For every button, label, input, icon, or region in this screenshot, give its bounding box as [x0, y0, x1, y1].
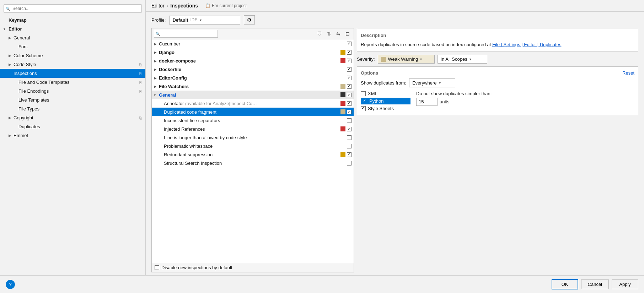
list-item[interactable]: ▶ Dockerfile [152, 65, 354, 74]
list-item[interactable]: ▶ Django [152, 48, 354, 56]
xml-label: XML [368, 91, 377, 96]
sidebar-item-label: Emmet [14, 133, 142, 138]
item-checkbox[interactable] [347, 84, 351, 89]
list-item[interactable]: ▾ General [152, 91, 354, 99]
list-item[interactable]: ▶ docker-compose [152, 56, 354, 65]
sidebar-item-label: Color Scheme [14, 53, 142, 58]
item-label: General [159, 92, 340, 98]
expand-all-button[interactable]: ⇅ [325, 30, 333, 37]
severity-dropdown[interactable]: Weak Warning ▾ [378, 55, 435, 64]
severity-color-box [340, 126, 345, 131]
sidebar-tree: Keymap ▾ Editor ▶ General Font [0, 16, 145, 272]
severity-color-box [340, 58, 345, 63]
list-item[interactable]: Redundant suppression [152, 150, 354, 159]
chevron-icon: ▾ [154, 93, 159, 97]
reset-link[interactable]: Reset [622, 70, 634, 76]
sidebar-item-label: File and Code Templates [18, 80, 138, 85]
scope-dropdown[interactable]: In All Scopes ▾ [438, 55, 487, 64]
everywhere-value: Everywhere [412, 80, 437, 86]
sidebar-item-code-style[interactable]: ▶ Code Style ⎘ [0, 60, 145, 69]
item-checkbox[interactable] [347, 101, 351, 106]
breadcrumb: Editor › Inspections [151, 3, 198, 9]
item-label: Redundant suppression [164, 152, 340, 157]
style-sheets-checkbox[interactable] [361, 106, 366, 111]
sidebar-search-input[interactable] [4, 4, 142, 13]
item-checkbox[interactable] [347, 152, 351, 157]
item-checkbox[interactable] [347, 144, 351, 148]
ok-button[interactable]: OK [552, 279, 578, 289]
inspection-tree-list: ▶ Cucumber ▶ Django [152, 39, 354, 263]
gear-button[interactable]: ⚙ [244, 15, 255, 25]
item-checkbox[interactable] [347, 127, 351, 131]
sidebar-item-inspections[interactable]: Inspections ⎘ [0, 69, 145, 78]
list-item[interactable]: Duplicated code fragment [152, 108, 354, 116]
units-input[interactable] [416, 98, 438, 106]
item-label: Inconsistent line separators [164, 118, 340, 123]
list-item[interactable]: ▶ EditorConfig [152, 74, 354, 82]
sidebar-item-file-encodings[interactable]: File Encodings ⎘ [0, 87, 145, 96]
sidebar-item-duplicates[interactable]: Duplicates [0, 122, 145, 131]
everywhere-dropdown[interactable]: Everywhere ▾ [409, 78, 455, 87]
item-checkbox[interactable] [347, 110, 351, 114]
sidebar-item-font[interactable]: Font [0, 42, 145, 51]
chevron-icon: ▶ [9, 116, 14, 120]
breadcrumb-parent: Editor [151, 3, 165, 9]
sidebar-item-color-scheme[interactable]: ▶ Color Scheme [0, 51, 145, 60]
filter-button[interactable]: ⛉ [315, 30, 324, 37]
list-item[interactable]: Structural Search Inspection [152, 159, 354, 167]
collapse-all-button[interactable]: ⇆ [334, 30, 342, 37]
list-item[interactable]: Inconsistent line separators [152, 116, 354, 125]
sidebar-item-label: Copyright [14, 115, 138, 120]
item-checkbox[interactable] [347, 42, 351, 46]
item-checkbox[interactable] [347, 93, 351, 97]
help-button[interactable]: ? [6, 280, 15, 289]
item-checkbox[interactable] [347, 67, 351, 72]
item-label: Injected References [164, 126, 340, 132]
style-sheets-label: Style Sheets [368, 106, 394, 111]
profile-dropdown[interactable]: Default IDE ▾ [169, 16, 240, 25]
apply-button[interactable]: Apply [612, 280, 638, 289]
list-item[interactable]: Problematic whitespace [152, 142, 354, 150]
chevron-icon: ▶ [154, 42, 159, 46]
description-panel: Description Reports duplicates in source… [357, 28, 638, 272]
list-item[interactable]: ▶ Cucumber [152, 39, 354, 48]
list-item[interactable]: ▶ File Watchers [152, 82, 354, 91]
sidebar-item-file-code-templates[interactable]: File and Code Templates ⎘ [0, 78, 145, 87]
item-checkbox[interactable] [347, 135, 351, 140]
inspection-search-input[interactable] [154, 30, 218, 38]
severity-label: Severity: [357, 56, 375, 62]
item-label: Structural Search Inspection [164, 161, 340, 166]
sidebar-item-label: Keymap [9, 17, 142, 23]
list-item[interactable]: Line is longer than allowed by code styl… [152, 133, 354, 142]
item-checkbox[interactable] [347, 161, 351, 166]
style-sheets-checkbox-item: Style Sheets [361, 106, 410, 111]
item-checkbox[interactable] [347, 76, 351, 80]
sidebar-item-copyright[interactable]: ▶ Copyright ⎘ [0, 113, 145, 122]
settings-link[interactable]: File | Settings | Editor | Duplicates [492, 42, 561, 47]
xml-checkbox[interactable] [361, 91, 366, 96]
cancel-button[interactable]: Cancel [581, 280, 609, 289]
sidebar-item-editor[interactable]: ▾ Editor [0, 25, 145, 33]
severity-value: Weak Warning [388, 56, 418, 62]
item-checkbox[interactable] [347, 50, 351, 55]
item-checkbox[interactable] [347, 118, 351, 123]
sidebar-item-general[interactable]: ▶ General [0, 33, 145, 42]
item-checkbox[interactable] [347, 59, 351, 63]
disable-new-inspections-checkbox[interactable] [155, 265, 159, 270]
for-project-text: For current project [212, 3, 247, 8]
sidebar-item-keymap[interactable]: Keymap [0, 16, 145, 25]
sidebar-item-live-templates[interactable]: Live Templates [0, 96, 145, 104]
item-label: Line is longer than allowed by code styl… [164, 135, 340, 140]
language-checkbox-list: XML Python Style Sheets [361, 91, 410, 111]
chevron-down-icon: ▾ [200, 18, 202, 22]
toggle-button[interactable]: ⊟ [344, 30, 351, 37]
python-checkbox[interactable] [362, 99, 367, 104]
sidebar-item-emmet[interactable]: ▶ Emmet [0, 131, 145, 140]
sidebar-item-file-types[interactable]: File Types [0, 104, 145, 113]
units-row: Do not show duplicates simpler than: uni… [416, 91, 492, 111]
severity-color-box [340, 152, 345, 157]
list-item[interactable]: Annotator (available for Analyze|Inspect… [152, 99, 354, 108]
list-item[interactable]: Injected References [152, 125, 354, 133]
settings-dialog: Keymap ▾ Editor ▶ General Font [0, 0, 644, 293]
severity-color-box [340, 84, 345, 89]
